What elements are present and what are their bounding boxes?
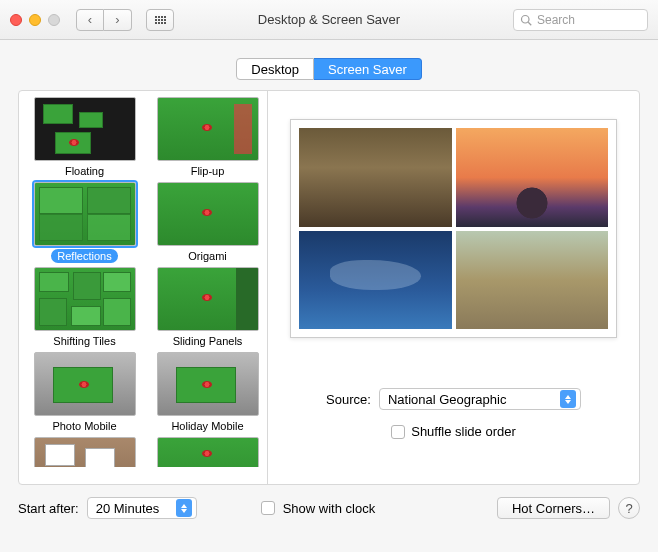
shuffle-row: Shuffle slide order [290, 424, 617, 439]
saver-item-partial[interactable] [27, 437, 142, 467]
bottom-bar: Start after: 20 Minutes Show with clock … [0, 485, 658, 519]
help-button[interactable]: ? [618, 497, 640, 519]
titlebar: ‹ › Desktop & Screen Saver Search [0, 0, 658, 40]
grid-icon [155, 16, 166, 24]
tab-bar: Desktop Screen Saver [0, 40, 658, 90]
saver-shifting-tiles[interactable]: Shifting Tiles [27, 267, 142, 348]
thumbnail-sliding-panels [157, 267, 259, 331]
saver-photo-mobile[interactable]: Photo Mobile [27, 352, 142, 433]
source-row: Source: National Geographic [290, 388, 617, 410]
thumbnail-origami [157, 182, 259, 246]
start-after-label: Start after: [18, 501, 79, 516]
start-after-value: 20 Minutes [96, 501, 160, 516]
traffic-lights [10, 14, 60, 26]
thumbnail-partial [34, 437, 136, 467]
saver-reflections[interactable]: Reflections [27, 182, 142, 263]
preview-image [299, 231, 452, 330]
search-input[interactable]: Search [513, 9, 648, 31]
thumbnail-holiday-mobile [157, 352, 259, 416]
updown-icon [560, 390, 576, 408]
nav-buttons: ‹ › [76, 9, 132, 31]
content: Desktop Screen Saver Floating [0, 40, 658, 552]
thumbnail-reflections [34, 182, 136, 246]
saver-label: Sliding Panels [167, 334, 249, 348]
source-value: National Geographic [388, 392, 507, 407]
svg-point-0 [522, 15, 530, 23]
saver-label: Flip-up [185, 164, 231, 178]
preview-image [456, 128, 609, 227]
screensaver-preview [290, 119, 617, 338]
close-window-button[interactable] [10, 14, 22, 26]
saver-label: Shifting Tiles [47, 334, 121, 348]
updown-icon [176, 499, 192, 517]
forward-button[interactable]: › [104, 9, 132, 31]
thumbnail-shifting-tiles [34, 267, 136, 331]
saver-holiday-mobile[interactable]: Holiday Mobile [150, 352, 265, 433]
saver-label: Origami [182, 249, 233, 263]
tab-segment: Desktop Screen Saver [236, 58, 421, 80]
saver-sliding-panels[interactable]: Sliding Panels [150, 267, 265, 348]
source-label: Source: [326, 392, 371, 407]
saver-item-partial[interactable] [150, 437, 265, 467]
source-select[interactable]: National Geographic [379, 388, 581, 410]
saver-label: Reflections [51, 249, 117, 263]
svg-line-1 [528, 22, 531, 25]
shuffle-checkbox[interactable] [391, 425, 405, 439]
chevron-left-icon: ‹ [88, 12, 92, 27]
back-button[interactable]: ‹ [76, 9, 104, 31]
main-panel: Floating Flip-up Refle [18, 90, 640, 485]
saver-label: Floating [59, 164, 110, 178]
preview-pane: Source: National Geographic Shuffle slid… [268, 91, 639, 484]
thumbnail-flip-up [157, 97, 259, 161]
shuffle-label: Shuffle slide order [411, 424, 516, 439]
search-placeholder: Search [537, 13, 575, 27]
minimize-window-button[interactable] [29, 14, 41, 26]
thumbnail-photo-mobile [34, 352, 136, 416]
saver-origami[interactable]: Origami [150, 182, 265, 263]
help-icon: ? [625, 501, 632, 516]
tab-desktop[interactable]: Desktop [236, 58, 314, 80]
show-clock-label: Show with clock [283, 501, 375, 516]
maximize-window-button [48, 14, 60, 26]
saver-label: Holiday Mobile [165, 419, 249, 433]
start-after-select[interactable]: 20 Minutes [87, 497, 197, 519]
saver-label: Photo Mobile [46, 419, 122, 433]
saver-flip-up[interactable]: Flip-up [150, 97, 265, 178]
hot-corners-button[interactable]: Hot Corners… [497, 497, 610, 519]
preview-image [299, 128, 452, 227]
show-all-button[interactable] [146, 9, 174, 31]
thumbnail-floating [34, 97, 136, 161]
thumbnail-partial [157, 437, 259, 467]
chevron-right-icon: › [115, 12, 119, 27]
search-icon [520, 14, 532, 26]
screensaver-list[interactable]: Floating Flip-up Refle [19, 91, 268, 484]
saver-floating[interactable]: Floating [27, 97, 142, 178]
preview-image [456, 231, 609, 330]
show-clock-checkbox[interactable] [261, 501, 275, 515]
tab-screen-saver[interactable]: Screen Saver [314, 58, 422, 80]
